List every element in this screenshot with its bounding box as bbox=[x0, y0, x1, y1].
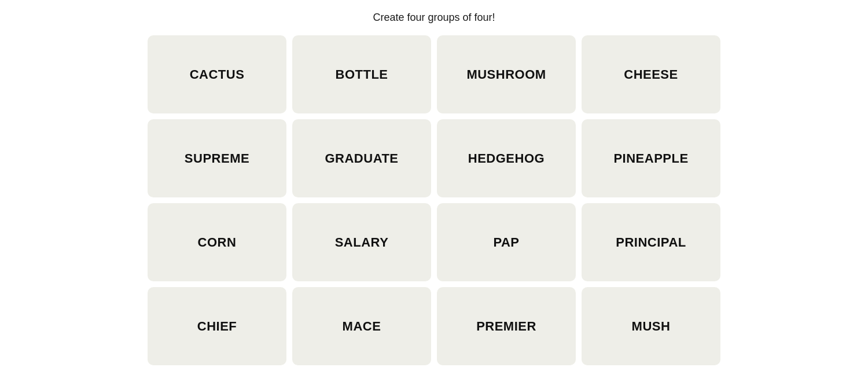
tile-label-bottle: BOTTLE bbox=[336, 67, 388, 82]
tile-label-mace: MACE bbox=[343, 319, 381, 334]
tile-cactus[interactable]: CACTUS bbox=[148, 35, 286, 113]
word-grid: CACTUSBOTTLEMUSHROOMCHEESESUPREMEGRADUAT… bbox=[148, 35, 720, 365]
page-subtitle: Create four groups of four! bbox=[373, 12, 495, 24]
tile-pap[interactable]: PAP bbox=[437, 203, 576, 281]
tile-corn[interactable]: CORN bbox=[148, 203, 286, 281]
tile-label-hedgehog: HEDGEHOG bbox=[468, 151, 545, 166]
tile-graduate[interactable]: GRADUATE bbox=[292, 119, 431, 197]
tile-principal[interactable]: PRINCIPAL bbox=[582, 203, 720, 281]
tile-hedgehog[interactable]: HEDGEHOG bbox=[437, 119, 576, 197]
tile-label-pap: PAP bbox=[493, 235, 519, 250]
tile-label-mush: MUSH bbox=[632, 319, 671, 334]
tile-mushroom[interactable]: MUSHROOM bbox=[437, 35, 576, 113]
tile-label-cheese: CHEESE bbox=[624, 67, 678, 82]
tile-label-pineapple: PINEAPPLE bbox=[613, 151, 688, 166]
tile-label-cactus: CACTUS bbox=[190, 67, 245, 82]
tile-pineapple[interactable]: PINEAPPLE bbox=[582, 119, 720, 197]
tile-bottle[interactable]: BOTTLE bbox=[292, 35, 431, 113]
tile-cheese[interactable]: CHEESE bbox=[582, 35, 720, 113]
tile-label-principal: PRINCIPAL bbox=[616, 235, 686, 250]
tile-label-salary: SALARY bbox=[335, 235, 389, 250]
tile-label-mushroom: MUSHROOM bbox=[466, 67, 546, 82]
tile-mush[interactable]: MUSH bbox=[582, 287, 720, 365]
tile-chief[interactable]: CHIEF bbox=[148, 287, 286, 365]
tile-label-chief: CHIEF bbox=[197, 319, 237, 334]
tile-label-premier: PREMIER bbox=[476, 319, 536, 334]
tile-mace[interactable]: MACE bbox=[292, 287, 431, 365]
tile-salary[interactable]: SALARY bbox=[292, 203, 431, 281]
tile-label-supreme: SUPREME bbox=[185, 151, 249, 166]
tile-label-corn: CORN bbox=[198, 235, 237, 250]
tile-supreme[interactable]: SUPREME bbox=[148, 119, 286, 197]
tile-premier[interactable]: PREMIER bbox=[437, 287, 576, 365]
tile-label-graduate: GRADUATE bbox=[325, 151, 398, 166]
